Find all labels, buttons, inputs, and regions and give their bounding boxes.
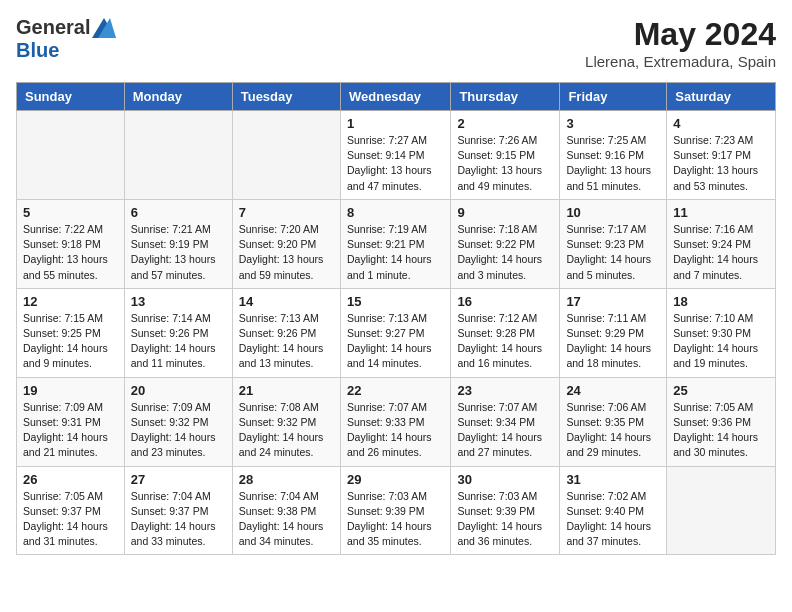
day-info: Sunrise: 7:02 AMSunset: 9:40 PMDaylight:… xyxy=(566,489,660,550)
calendar-cell: 20Sunrise: 7:09 AMSunset: 9:32 PMDayligh… xyxy=(124,377,232,466)
day-number: 31 xyxy=(566,472,660,487)
calendar-cell: 8Sunrise: 7:19 AMSunset: 9:21 PMDaylight… xyxy=(340,199,450,288)
day-info: Sunrise: 7:08 AMSunset: 9:32 PMDaylight:… xyxy=(239,400,334,461)
calendar-cell xyxy=(124,111,232,200)
calendar-cell: 17Sunrise: 7:11 AMSunset: 9:29 PMDayligh… xyxy=(560,288,667,377)
weekday-header: Friday xyxy=(560,83,667,111)
day-info: Sunrise: 7:20 AMSunset: 9:20 PMDaylight:… xyxy=(239,222,334,283)
page-header: General Blue May 2024 Llerena, Extremadu… xyxy=(16,16,776,70)
day-number: 13 xyxy=(131,294,226,309)
day-number: 20 xyxy=(131,383,226,398)
day-info: Sunrise: 7:09 AMSunset: 9:32 PMDaylight:… xyxy=(131,400,226,461)
day-number: 21 xyxy=(239,383,334,398)
weekday-header: Thursday xyxy=(451,83,560,111)
day-number: 8 xyxy=(347,205,444,220)
calendar-cell: 12Sunrise: 7:15 AMSunset: 9:25 PMDayligh… xyxy=(17,288,125,377)
calendar-cell: 7Sunrise: 7:20 AMSunset: 9:20 PMDaylight… xyxy=(232,199,340,288)
day-number: 1 xyxy=(347,116,444,131)
day-info: Sunrise: 7:16 AMSunset: 9:24 PMDaylight:… xyxy=(673,222,769,283)
calendar-cell: 10Sunrise: 7:17 AMSunset: 9:23 PMDayligh… xyxy=(560,199,667,288)
day-info: Sunrise: 7:04 AMSunset: 9:38 PMDaylight:… xyxy=(239,489,334,550)
logo-general: General xyxy=(16,16,90,39)
day-number: 9 xyxy=(457,205,553,220)
day-number: 19 xyxy=(23,383,118,398)
day-number: 17 xyxy=(566,294,660,309)
calendar-cell: 19Sunrise: 7:09 AMSunset: 9:31 PMDayligh… xyxy=(17,377,125,466)
day-number: 12 xyxy=(23,294,118,309)
calendar-cell: 14Sunrise: 7:13 AMSunset: 9:26 PMDayligh… xyxy=(232,288,340,377)
month-title: May 2024 xyxy=(585,16,776,53)
calendar-cell: 3Sunrise: 7:25 AMSunset: 9:16 PMDaylight… xyxy=(560,111,667,200)
calendar-cell: 1Sunrise: 7:27 AMSunset: 9:14 PMDaylight… xyxy=(340,111,450,200)
weekday-header: Tuesday xyxy=(232,83,340,111)
calendar-cell: 13Sunrise: 7:14 AMSunset: 9:26 PMDayligh… xyxy=(124,288,232,377)
calendar-cell: 24Sunrise: 7:06 AMSunset: 9:35 PMDayligh… xyxy=(560,377,667,466)
calendar-cell: 31Sunrise: 7:02 AMSunset: 9:40 PMDayligh… xyxy=(560,466,667,555)
day-number: 24 xyxy=(566,383,660,398)
location-title: Llerena, Extremadura, Spain xyxy=(585,53,776,70)
day-number: 26 xyxy=(23,472,118,487)
day-info: Sunrise: 7:05 AMSunset: 9:37 PMDaylight:… xyxy=(23,489,118,550)
day-info: Sunrise: 7:22 AMSunset: 9:18 PMDaylight:… xyxy=(23,222,118,283)
calendar-week-row: 12Sunrise: 7:15 AMSunset: 9:25 PMDayligh… xyxy=(17,288,776,377)
weekday-header: Monday xyxy=(124,83,232,111)
calendar-cell: 29Sunrise: 7:03 AMSunset: 9:39 PMDayligh… xyxy=(340,466,450,555)
logo: General Blue xyxy=(16,16,116,62)
day-info: Sunrise: 7:26 AMSunset: 9:15 PMDaylight:… xyxy=(457,133,553,194)
calendar-cell: 2Sunrise: 7:26 AMSunset: 9:15 PMDaylight… xyxy=(451,111,560,200)
logo-icon xyxy=(92,18,116,38)
weekday-header: Wednesday xyxy=(340,83,450,111)
calendar-cell: 22Sunrise: 7:07 AMSunset: 9:33 PMDayligh… xyxy=(340,377,450,466)
day-number: 2 xyxy=(457,116,553,131)
day-info: Sunrise: 7:14 AMSunset: 9:26 PMDaylight:… xyxy=(131,311,226,372)
calendar-cell: 27Sunrise: 7:04 AMSunset: 9:37 PMDayligh… xyxy=(124,466,232,555)
calendar-cell: 4Sunrise: 7:23 AMSunset: 9:17 PMDaylight… xyxy=(667,111,776,200)
day-number: 23 xyxy=(457,383,553,398)
day-info: Sunrise: 7:03 AMSunset: 9:39 PMDaylight:… xyxy=(457,489,553,550)
calendar-cell: 16Sunrise: 7:12 AMSunset: 9:28 PMDayligh… xyxy=(451,288,560,377)
calendar-cell xyxy=(667,466,776,555)
calendar-week-row: 5Sunrise: 7:22 AMSunset: 9:18 PMDaylight… xyxy=(17,199,776,288)
day-number: 14 xyxy=(239,294,334,309)
day-info: Sunrise: 7:03 AMSunset: 9:39 PMDaylight:… xyxy=(347,489,444,550)
weekday-header: Saturday xyxy=(667,83,776,111)
title-block: May 2024 Llerena, Extremadura, Spain xyxy=(585,16,776,70)
calendar-cell: 6Sunrise: 7:21 AMSunset: 9:19 PMDaylight… xyxy=(124,199,232,288)
calendar-cell: 15Sunrise: 7:13 AMSunset: 9:27 PMDayligh… xyxy=(340,288,450,377)
day-number: 27 xyxy=(131,472,226,487)
day-info: Sunrise: 7:17 AMSunset: 9:23 PMDaylight:… xyxy=(566,222,660,283)
day-info: Sunrise: 7:07 AMSunset: 9:33 PMDaylight:… xyxy=(347,400,444,461)
day-info: Sunrise: 7:21 AMSunset: 9:19 PMDaylight:… xyxy=(131,222,226,283)
day-info: Sunrise: 7:23 AMSunset: 9:17 PMDaylight:… xyxy=(673,133,769,194)
day-info: Sunrise: 7:19 AMSunset: 9:21 PMDaylight:… xyxy=(347,222,444,283)
day-number: 29 xyxy=(347,472,444,487)
day-number: 25 xyxy=(673,383,769,398)
calendar-cell: 25Sunrise: 7:05 AMSunset: 9:36 PMDayligh… xyxy=(667,377,776,466)
day-number: 6 xyxy=(131,205,226,220)
day-info: Sunrise: 7:15 AMSunset: 9:25 PMDaylight:… xyxy=(23,311,118,372)
day-info: Sunrise: 7:27 AMSunset: 9:14 PMDaylight:… xyxy=(347,133,444,194)
day-number: 18 xyxy=(673,294,769,309)
day-number: 22 xyxy=(347,383,444,398)
day-number: 16 xyxy=(457,294,553,309)
calendar-table: SundayMondayTuesdayWednesdayThursdayFrid… xyxy=(16,82,776,555)
weekday-header: Sunday xyxy=(17,83,125,111)
day-info: Sunrise: 7:11 AMSunset: 9:29 PMDaylight:… xyxy=(566,311,660,372)
day-info: Sunrise: 7:07 AMSunset: 9:34 PMDaylight:… xyxy=(457,400,553,461)
day-number: 7 xyxy=(239,205,334,220)
day-info: Sunrise: 7:13 AMSunset: 9:26 PMDaylight:… xyxy=(239,311,334,372)
day-info: Sunrise: 7:06 AMSunset: 9:35 PMDaylight:… xyxy=(566,400,660,461)
day-info: Sunrise: 7:12 AMSunset: 9:28 PMDaylight:… xyxy=(457,311,553,372)
day-number: 4 xyxy=(673,116,769,131)
calendar-header-row: SundayMondayTuesdayWednesdayThursdayFrid… xyxy=(17,83,776,111)
logo-blue: Blue xyxy=(16,39,59,62)
calendar-week-row: 1Sunrise: 7:27 AMSunset: 9:14 PMDaylight… xyxy=(17,111,776,200)
day-number: 10 xyxy=(566,205,660,220)
day-number: 15 xyxy=(347,294,444,309)
day-number: 30 xyxy=(457,472,553,487)
day-number: 28 xyxy=(239,472,334,487)
day-info: Sunrise: 7:18 AMSunset: 9:22 PMDaylight:… xyxy=(457,222,553,283)
day-info: Sunrise: 7:09 AMSunset: 9:31 PMDaylight:… xyxy=(23,400,118,461)
day-number: 3 xyxy=(566,116,660,131)
day-number: 11 xyxy=(673,205,769,220)
